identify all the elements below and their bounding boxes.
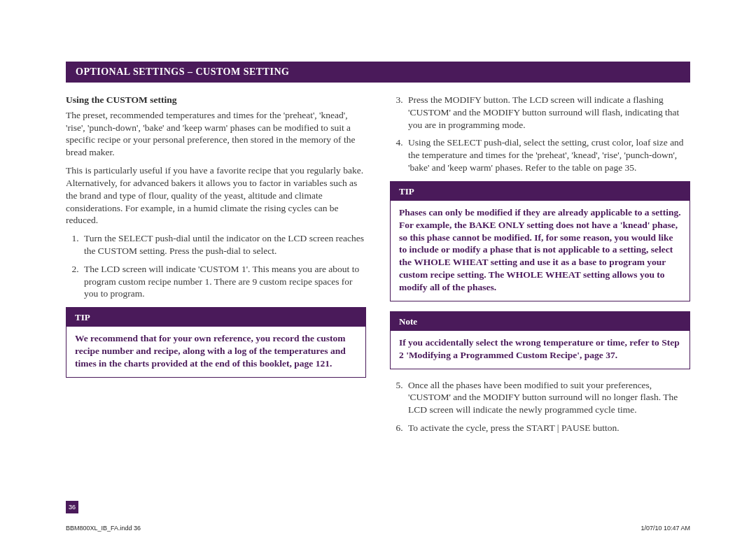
subheading: Using the CUSTOM setting	[66, 94, 366, 106]
step-item: Using the SELECT push-dial, select the s…	[405, 136, 690, 173]
steps-list: Press the MODIFY button. The LCD screen …	[390, 94, 690, 174]
footer-file: BBM800XL_IB_FA.indd 36	[66, 525, 141, 532]
steps-list: Once all the phases have been modified t…	[390, 379, 690, 434]
print-footer: BBM800XL_IB_FA.indd 36 1/07/10 10:47 AM	[66, 525, 690, 532]
manual-page: OPTIONAL SETTINGS – CUSTOM SETTING Using…	[0, 0, 756, 547]
section-banner: OPTIONAL SETTINGS – CUSTOM SETTING	[66, 62, 690, 83]
step-item: Press the MODIFY button. The LCD screen …	[405, 94, 690, 131]
tip-heading: TIP	[66, 308, 365, 327]
tip-body: We recommend that for your own reference…	[66, 327, 365, 376]
note-body: If you accidentally select the wrong tem…	[391, 331, 690, 369]
footer-timestamp: 1/07/10 10:47 AM	[640, 525, 690, 532]
paragraph: This is particularly useful if you have …	[66, 164, 366, 227]
step-item: Turn the SELECT push-dial until the indi…	[81, 232, 366, 257]
note-box: Note If you accidentally select the wron…	[390, 311, 690, 369]
step-item: To activate the cycle, press the START |…	[405, 422, 690, 434]
tip-body: Phases can only be modified if they are …	[391, 201, 690, 301]
left-column: Using the CUSTOM setting The preset, rec…	[66, 94, 366, 441]
right-column: Press the MODIFY button. The LCD screen …	[390, 94, 690, 441]
two-column-body: Using the CUSTOM setting The preset, rec…	[66, 94, 690, 441]
tip-box: TIP Phases can only be modified if they …	[390, 181, 690, 301]
steps-list: Turn the SELECT push-dial until the indi…	[66, 232, 366, 300]
paragraph: The preset, recommended temperatures and…	[66, 109, 366, 159]
note-heading: Note	[391, 312, 690, 331]
tip-heading: TIP	[391, 182, 690, 201]
page-number-badge: 36	[66, 501, 78, 513]
step-item: The LCD screen will indicate 'CUSTOM 1'.…	[81, 263, 366, 300]
step-item: Once all the phases have been modified t…	[405, 379, 690, 416]
tip-box: TIP We recommend that for your own refer…	[66, 307, 366, 378]
